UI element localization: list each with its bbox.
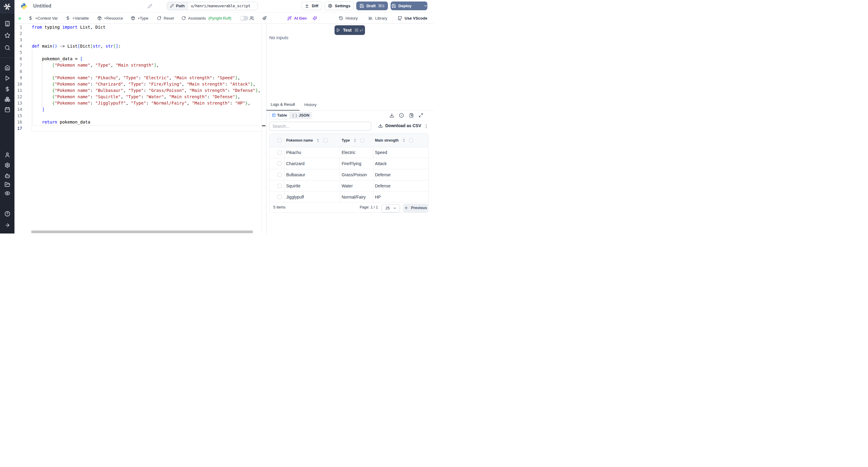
- sidebar-item-variables[interactable]: [0, 84, 14, 94]
- view-table-button[interactable]: Table: [269, 112, 290, 119]
- toolbar-reset-button[interactable]: Reset: [157, 13, 174, 24]
- tab-logs-result[interactable]: Logs & Result: [267, 99, 300, 111]
- sort-icon[interactable]: [316, 138, 320, 143]
- multiplayer-toggle[interactable]: [240, 16, 248, 21]
- table-row-3[interactable]: BulbasaurGrass/PoisonDefense: [270, 169, 428, 181]
- sidebar-item-expand[interactable]: [0, 220, 14, 230]
- folder-icon: [4, 182, 10, 187]
- horizontal-scrollbar[interactable]: [31, 230, 253, 233]
- toolbar-assistants-button[interactable]: Assistants(Pyright Ruff): [181, 13, 231, 24]
- sidebar-item-settings[interactable]: [0, 160, 14, 170]
- column-toggle-checkbox[interactable]: [323, 138, 328, 143]
- sidebar-item-audit-logs[interactable]: [0, 188, 14, 198]
- select-all-checkbox[interactable]: [277, 138, 282, 143]
- sidebar-item-search[interactable]: [0, 42, 14, 53]
- arrow-left-icon: [404, 206, 409, 210]
- sparkles-icon: [313, 16, 317, 21]
- info-icon[interactable]: [399, 113, 404, 118]
- bot-icon: [4, 173, 10, 179]
- github-icon: [398, 16, 402, 21]
- line-number: 8: [14, 68, 22, 75]
- expand-icon[interactable]: [418, 113, 423, 118]
- code-editor[interactable]: 1234567891011121314151617 from typing im…: [14, 24, 266, 234]
- search-icon: [4, 45, 10, 51]
- pencil-icon: [148, 4, 152, 8]
- result-actions: [390, 113, 424, 118]
- toolbar-variable-button[interactable]: +Variable: [66, 13, 89, 24]
- search-input[interactable]: Search...: [269, 122, 371, 131]
- draft-button[interactable]: Draft ⌘S: [356, 1, 388, 10]
- row-checkbox[interactable]: [277, 173, 282, 177]
- indent-guide: [42, 62, 42, 106]
- code-line-10: {"Pokemon name": "Charizard", "Type": "F…: [32, 81, 255, 87]
- row-checkbox[interactable]: [277, 184, 282, 188]
- edit-title-icon[interactable]: [148, 4, 152, 8]
- result-table: Pokemon name Type Main strength PikachuE…: [270, 133, 429, 213]
- toolbar-type-button[interactable]: +Type: [131, 13, 148, 24]
- sort-icon[interactable]: [402, 138, 406, 143]
- table-row-2[interactable]: CharizardFire/FlyingAttack: [270, 158, 428, 169]
- diff-button[interactable]: Diff: [301, 1, 322, 10]
- page-size-select[interactable]: 25: [381, 204, 400, 212]
- indent-guide: [32, 50, 32, 125]
- row-checkbox[interactable]: [277, 150, 282, 155]
- code-line-16: return pokemon_data: [32, 119, 90, 125]
- kebab-menu-icon[interactable]: [424, 124, 429, 129]
- sidebar-item-runs[interactable]: [0, 73, 14, 84]
- download-csv-label: Download as CSV: [385, 123, 421, 128]
- download-result-icon[interactable]: [390, 113, 394, 118]
- enter-icon: [359, 28, 364, 32]
- chevron-down-icon[interactable]: [421, 4, 431, 8]
- brush-icon: [262, 16, 267, 21]
- table-row-5[interactable]: JigglypuffNormal/FairyHP: [270, 192, 428, 203]
- table-row-4[interactable]: SquirtleWaterDefense: [270, 181, 428, 192]
- diff-icon: [305, 4, 309, 8]
- table-row-1[interactable]: PikachuElectricSpeed: [270, 147, 428, 158]
- copy-clipboard-icon[interactable]: [409, 113, 414, 118]
- previous-page-button[interactable]: Previous: [403, 204, 429, 212]
- path-chip[interactable]: Path u/henri/maneuverable_script: [167, 2, 258, 10]
- python-logo: [21, 3, 27, 10]
- tab-history[interactable]: History: [299, 99, 322, 111]
- row-checkbox[interactable]: [277, 195, 282, 199]
- column-separator: [284, 147, 284, 203]
- sidebar-item-resources[interactable]: [0, 94, 14, 104]
- sidebar-item-help[interactable]: [0, 209, 14, 219]
- row-checkbox[interactable]: [277, 161, 282, 166]
- table-icon: [272, 113, 276, 117]
- multiplayer-toggle-wrap[interactable]: [240, 13, 248, 24]
- toolbar-resource-button[interactable]: +Resource: [97, 13, 123, 24]
- page-title: Untitled: [33, 3, 51, 9]
- sidebar-item-favorites[interactable]: [0, 30, 14, 41]
- settings-button[interactable]: Settings: [324, 1, 354, 10]
- use-vscode-button[interactable]: Use VScode: [398, 13, 427, 24]
- line-number: 15: [14, 113, 22, 119]
- windmill-logo[interactable]: [0, 0, 14, 13]
- format-code-button[interactable]: [262, 13, 267, 24]
- ai-sparkles-button[interactable]: [313, 13, 317, 24]
- path-input[interactable]: u/henri/maneuverable_script: [188, 2, 257, 10]
- sidebar-item-users[interactable]: [0, 150, 14, 160]
- multiplayer-users-icon[interactable]: [250, 13, 254, 24]
- cell-value: Pikachu: [286, 150, 301, 155]
- column-toggle-checkbox[interactable]: [409, 138, 413, 143]
- test-button[interactable]: Test: [335, 25, 365, 35]
- toolbar-context-var-button[interactable]: +Context Var: [28, 13, 58, 24]
- sidebar-item-home[interactable]: [0, 63, 14, 73]
- ai-gen-button[interactable]: AI Gen: [287, 13, 307, 24]
- package-icon: [131, 16, 135, 21]
- draft-label: Draft: [367, 4, 375, 8]
- line-number: 6: [14, 56, 22, 62]
- sidebar-item-workspace[interactable]: [0, 19, 14, 29]
- search-row: Search... Download as CSV: [267, 122, 434, 133]
- deploy-button[interactable]: Deploy: [391, 1, 427, 10]
- column-toggle-checkbox[interactable]: [360, 138, 365, 143]
- view-json-button[interactable]: { } JSON: [290, 112, 312, 119]
- sidebar-item-schedules[interactable]: [0, 104, 14, 115]
- download-csv-button[interactable]: Download as CSV: [378, 123, 421, 128]
- cell-value: Defense: [375, 172, 391, 177]
- sort-icon[interactable]: [353, 138, 357, 143]
- library-button[interactable]: Library: [368, 13, 387, 24]
- page-label: Page: 1 / 1: [360, 205, 378, 209]
- history-button[interactable]: History: [339, 13, 358, 24]
